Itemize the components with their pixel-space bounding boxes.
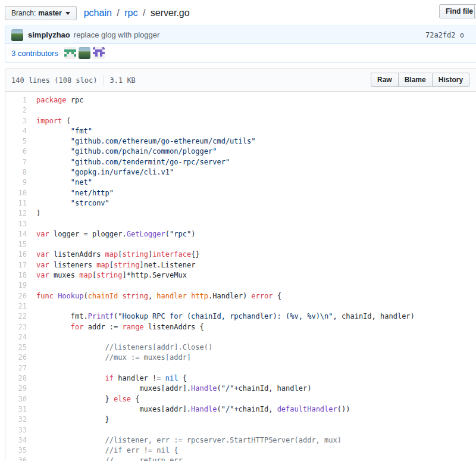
line-number[interactable]: 31 [5, 404, 27, 415]
line-number[interactable]: 17 [5, 260, 27, 270]
line-number[interactable]: 7 [5, 157, 27, 167]
line-number[interactable]: 23 [5, 322, 27, 332]
line-number[interactable]: 18 [5, 270, 27, 281]
line-number[interactable]: 25 [5, 342, 27, 353]
line-content: "strconv" [27, 198, 109, 208]
line-content: ) [27, 208, 40, 219]
line-number[interactable]: 24 [5, 332, 27, 342]
line-number[interactable]: 10 [5, 188, 27, 198]
find-file-button[interactable]: Find file [439, 4, 476, 18]
line-number[interactable]: 12 [5, 208, 27, 219]
code-line: 24 [5, 332, 476, 342]
code-line: 34 //listener, err := rpcserver.StartHTT… [5, 435, 476, 446]
code-table: 1package rpc23import (4 "fmt"5 "github.c… [5, 92, 476, 461]
line-number[interactable]: 21 [5, 301, 27, 312]
line-content: if handler != nil { [27, 373, 187, 384]
breadcrumb-repo-link[interactable]: pchain [84, 8, 112, 18]
contributors-link[interactable]: 3 contributors [11, 49, 58, 58]
line-number[interactable]: 35 [5, 446, 27, 456]
line-number[interactable]: 6 [5, 147, 27, 157]
file-box: 140 lines (108 sloc) 3.1 KB Raw Blame Hi… [5, 68, 476, 461]
line-number[interactable]: 4 [5, 126, 27, 136]
line-content: muxes[addr].Handle("/"+chainId, handler) [27, 384, 311, 394]
commit-sha[interactable]: 72a2fd2 o [425, 31, 464, 39]
line-number[interactable]: 1 [5, 95, 27, 105]
commit-author-avatar[interactable] [11, 29, 23, 41]
line-content [27, 105, 36, 116]
line-content [27, 363, 36, 373]
commit-message-link[interactable]: replace glog with plogger [74, 30, 160, 39]
code-line: 2 [5, 105, 476, 116]
line-number[interactable]: 5 [5, 136, 27, 147]
contributors-row: 3 contributors [5, 44, 476, 62]
line-content: package rpc [27, 95, 83, 105]
line-number[interactable]: 32 [5, 415, 27, 425]
line-content: "github.com/tendermint/go-rpc/server" [27, 157, 230, 167]
line-number[interactable]: 19 [5, 281, 27, 291]
code-line: 17var listeners map[string]net.Listener [5, 260, 476, 270]
line-number[interactable]: 11 [5, 198, 27, 208]
line-number[interactable]: 8 [5, 167, 27, 177]
latest-commit-row: simplyzhao replace glog with plogger 72a… [5, 26, 476, 44]
breadcrumb-separator: / [143, 8, 145, 18]
line-number[interactable]: 29 [5, 384, 27, 394]
line-number[interactable]: 9 [5, 177, 27, 188]
breadcrumb-dir-link[interactable]: rpc [124, 8, 137, 18]
line-content: "github.com/ethereum/go-ethereum/cmd/uti… [27, 136, 255, 147]
contributor-avatar-photo[interactable] [79, 47, 90, 59]
line-content [27, 425, 36, 435]
line-content: func Hookup(chainId string, handler http… [27, 291, 281, 301]
history-button[interactable]: History [432, 73, 469, 87]
commit-author-link[interactable]: simplyzhao [28, 30, 70, 39]
code-line: 21 [5, 301, 476, 312]
code-line: 1package rpc [5, 95, 476, 105]
line-number[interactable]: 26 [5, 353, 27, 363]
code-line: 15 [5, 239, 476, 250]
code-line: 13 [5, 219, 476, 229]
line-number[interactable]: 33 [5, 425, 27, 435]
line-content: } else { [27, 394, 139, 404]
code-line: 32 } [5, 415, 476, 425]
line-content: "fmt" [27, 126, 92, 136]
code-line: 14var logger = plogger.GetLogger("rpc") [5, 229, 476, 239]
line-number[interactable]: 2 [5, 105, 27, 116]
code-line: 29 muxes[addr].Handle("/"+chainId, handl… [5, 384, 476, 394]
line-content: var logger = plogger.GetLogger("rpc") [27, 229, 195, 239]
line-content: //if err != nil { [27, 446, 178, 456]
code-line: 18var muxes map[string]*http.ServeMux [5, 270, 476, 281]
contributor-avatar-identicon[interactable] [64, 47, 76, 59]
line-number[interactable]: 20 [5, 291, 27, 301]
branch-select-button[interactable]: Branch: master [5, 6, 77, 20]
code-line: 11 "strconv" [5, 198, 476, 208]
line-number[interactable]: 16 [5, 250, 27, 260]
raw-button[interactable]: Raw [371, 73, 399, 87]
code-line: 6 "github.com/pchain/common/plogger" [5, 147, 476, 157]
line-number[interactable]: 27 [5, 363, 27, 373]
line-number[interactable]: 13 [5, 219, 27, 229]
line-number[interactable]: 36 [5, 456, 27, 461]
code-line: 4 "fmt" [5, 126, 476, 136]
line-number[interactable]: 22 [5, 312, 27, 322]
line-number[interactable]: 30 [5, 394, 27, 404]
contributor-avatar-identicon[interactable] [93, 47, 105, 59]
line-content: var listenAddrs map[string]interface{} [27, 250, 200, 260]
code-line: 23 for addr := range listenAddrs { [5, 322, 476, 332]
breadcrumb: pchain / rpc / server.go [84, 8, 190, 18]
file-size: 3.1 KB [110, 76, 136, 85]
line-content: //mux := muxes[addr] [27, 353, 191, 363]
line-number[interactable]: 15 [5, 239, 27, 250]
code-line: 22 fmt.Printf("Hookup RPC for (chainId, … [5, 312, 476, 322]
line-number[interactable]: 28 [5, 373, 27, 384]
code-line: 27 [5, 363, 476, 373]
line-content: muxes[addr].Handle("/"+chainId, defaultH… [27, 404, 350, 415]
line-content: fmt.Printf("Hookup RPC for (chainId, rpc… [27, 312, 415, 322]
line-number[interactable]: 34 [5, 435, 27, 446]
blame-button[interactable]: Blame [398, 73, 433, 87]
branch-label: Branch: [11, 9, 36, 17]
line-number[interactable]: 3 [5, 116, 27, 126]
file-view-button-group: Raw Blame History [371, 73, 469, 87]
file-header: 140 lines (108 sloc) 3.1 KB Raw Blame Hi… [5, 69, 476, 92]
code-line: 33 [5, 425, 476, 435]
line-number[interactable]: 14 [5, 229, 27, 239]
chevron-down-icon [65, 12, 70, 15]
